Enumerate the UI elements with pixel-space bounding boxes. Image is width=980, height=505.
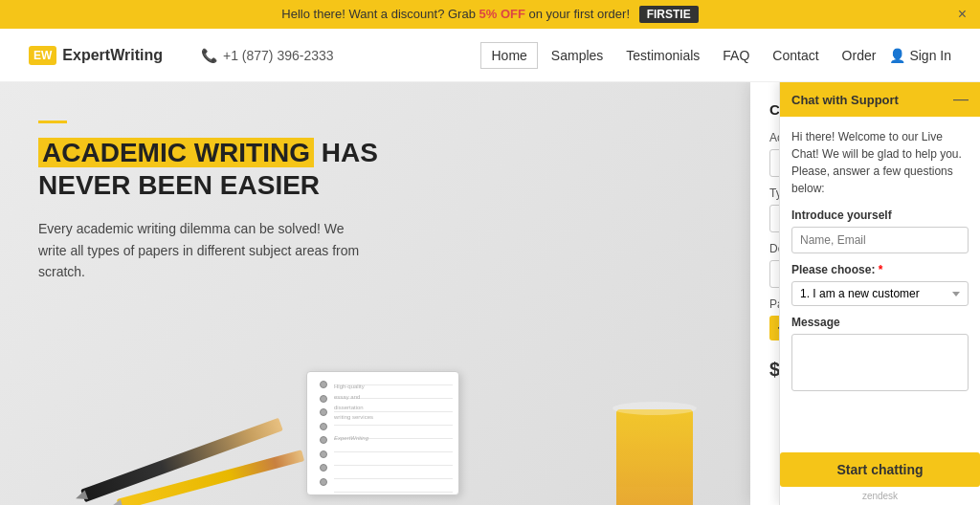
user-icon: 👤 (889, 48, 905, 63)
chat-message-label: Message (791, 316, 969, 329)
chat-body: Hi there! Welcome to our Live Chat! We w… (780, 117, 980, 452)
hero-title: ACADEMIC WRITING HASNEVER BEEN EASIER (38, 137, 712, 201)
chat-choose-label: Please choose: * (791, 263, 969, 276)
nav-faq[interactable]: FAQ (713, 42, 759, 69)
nav-contact[interactable]: Contact (763, 42, 828, 69)
notebook-lines (334, 372, 453, 494)
notebook-spiral (319, 372, 328, 494)
hero-section: ACADEMIC WRITING HASNEVER BEEN EASIER Ev… (0, 82, 750, 505)
top-banner: Hello there! Want a discount? Grab 5% OF… (0, 0, 980, 29)
pencil-yellow (117, 450, 304, 505)
main-nav: Home Samples Testimonials FAQ Contact Or… (480, 42, 951, 69)
zendesk-label: zendesk (780, 487, 980, 505)
chat-welcome-message: Hi there! Welcome to our Live Chat! We w… (791, 128, 969, 197)
header-phone[interactable]: 📞 +1 (877) 396-2333 (201, 48, 334, 63)
smoothie-glass (616, 409, 693, 505)
chat-header-title: Chat with Support (791, 93, 899, 107)
chat-submit-button[interactable]: Start chatting (780, 452, 980, 487)
logo-badge: EW (29, 46, 56, 65)
logo[interactable]: EW ExpertWriting (29, 46, 163, 65)
pencil-black (80, 418, 283, 502)
notebook: High-qualityessay anddissertationwriting… (306, 371, 459, 495)
nav-samples[interactable]: Samples (542, 42, 612, 69)
chat-choose-select[interactable]: 1. I am a new customer 2. I am a returni… (791, 281, 969, 306)
hero-title-highlight: ACADEMIC WRITING (38, 138, 314, 167)
header: EW ExpertWriting 📞 +1 (877) 396-2333 Hom… (0, 29, 980, 82)
nav-order[interactable]: Order (833, 42, 886, 69)
hero-images: High-qualityessay anddissertationwriting… (0, 314, 750, 505)
chat-minimize-button[interactable]: — (953, 92, 969, 107)
hero-description: Every academic writing dilemma can be so… (38, 218, 364, 282)
chat-name-label: Introduce yourself (791, 209, 969, 222)
nav-signin[interactable]: 👤 Sign In (889, 48, 951, 63)
banner-text: Hello there! Want a discount? Grab 5% OF… (281, 7, 698, 21)
chat-name-input[interactable] (791, 227, 969, 253)
logo-text: ExpertWriting (62, 47, 163, 64)
phone-icon: 📞 (201, 48, 217, 63)
chat-message-input[interactable] (791, 334, 969, 391)
nav-home[interactable]: Home (480, 42, 537, 69)
nav-testimonials[interactable]: Testimonials (616, 42, 709, 69)
chat-header: Chat with Support — (780, 82, 980, 117)
hero-divider (38, 121, 67, 123)
notebook-content: High-qualityessay anddissertationwriting… (334, 382, 451, 444)
coupon-code: FIRSTIE (639, 6, 699, 23)
chat-widget: Chat with Support — Hi there! Welcome to… (779, 82, 980, 505)
main-content: ACADEMIC WRITING HASNEVER BEEN EASIER Ev… (0, 82, 980, 505)
required-star: * (879, 263, 883, 276)
banner-close-button[interactable]: × (958, 6, 967, 23)
